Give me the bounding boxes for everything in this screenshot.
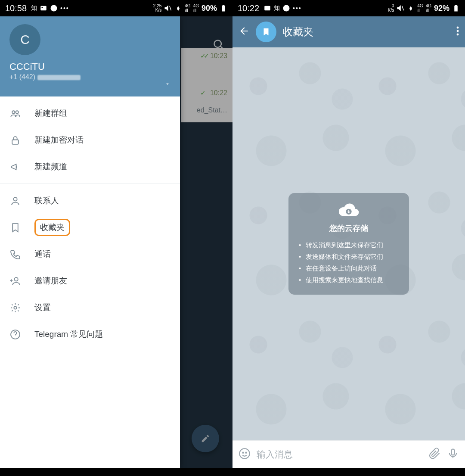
avatar[interactable]: C bbox=[9, 24, 40, 55]
svg-point-9 bbox=[14, 277, 18, 281]
svg-point-6 bbox=[16, 111, 18, 113]
status-left-icons: 知 ••• bbox=[31, 4, 69, 12]
chat-topbar: 收藏夹 bbox=[232, 16, 465, 47]
status-bar: 10:22 知 ••• 0 K/s 4Gıll 4Gıll 92% bbox=[232, 0, 465, 16]
menu-label: Telegram 常见问题 bbox=[34, 329, 103, 340]
chat-body[interactable]: 您的云存储 转发消息到这里来保存它们 发送媒体和文件来存储它们 在任意设备上访问… bbox=[232, 47, 465, 440]
svg-point-22 bbox=[245, 452, 246, 453]
svg-rect-7 bbox=[12, 140, 19, 144]
phone-icon bbox=[9, 249, 21, 260]
cloud-storage-info: 您的云存储 转发消息到这里来保存它们 发送媒体和文件来存储它们 在任意设备上访问… bbox=[288, 193, 409, 295]
search-icon[interactable] bbox=[213, 39, 225, 53]
menu-label: 设置 bbox=[34, 302, 51, 313]
lock-icon bbox=[9, 135, 21, 146]
android-navbar bbox=[232, 468, 465, 476]
chat-list-peek: ✓✓10:23 ✓ 10:22 ed_Stat… bbox=[181, 48, 232, 122]
message-composer bbox=[232, 440, 465, 468]
wifi-icon bbox=[407, 4, 415, 12]
saved-avatar[interactable] bbox=[256, 22, 276, 42]
read-check-icon: ✓✓ bbox=[200, 52, 207, 60]
svg-point-1 bbox=[42, 7, 43, 8]
menu-secret-chat[interactable]: 新建加密对话 bbox=[0, 127, 180, 153]
expand-accounts-button[interactable] bbox=[164, 81, 170, 89]
microphone-icon bbox=[447, 448, 459, 460]
account-phone: +1 (442) bbox=[9, 73, 170, 81]
attach-button[interactable] bbox=[429, 448, 441, 461]
add-person-icon bbox=[9, 276, 21, 286]
drawer-header[interactable]: C CCCiTU +1 (442) bbox=[0, 16, 180, 96]
menu-label: 收藏夹 bbox=[34, 219, 70, 236]
menu-label: 邀请朋友 bbox=[34, 275, 67, 286]
back-button[interactable] bbox=[239, 25, 250, 38]
mute-icon bbox=[397, 4, 404, 12]
menu-label: 通话 bbox=[34, 249, 51, 260]
pencil-icon bbox=[201, 434, 210, 443]
mic-button[interactable] bbox=[447, 448, 459, 461]
svg-point-5 bbox=[12, 111, 15, 113]
account-name: CCCiTU bbox=[9, 61, 170, 72]
status-time: 10:58 bbox=[5, 3, 27, 13]
status-right-icons: 2.25 K/s 4Gıll 4Gıll 90% bbox=[153, 3, 227, 13]
menu-invite-friends[interactable]: 邀请朋友 bbox=[0, 268, 180, 294]
info-bullet: 发送媒体和文件来存储它们 bbox=[299, 251, 399, 263]
navigation-drawer: C CCCiTU +1 (442) 新建群组 新建加密对话 新建频道 bbox=[0, 16, 180, 468]
menu-settings[interactable]: 设置 bbox=[0, 294, 180, 321]
svg-point-20 bbox=[239, 448, 249, 458]
menu-contacts[interactable]: 联系人 bbox=[0, 187, 180, 214]
svg-rect-0 bbox=[40, 6, 46, 11]
arrow-left-icon bbox=[239, 25, 250, 37]
svg-rect-23 bbox=[452, 449, 455, 455]
chat-row[interactable]: ✓✓10:23 bbox=[181, 48, 232, 85]
left-screenshot: 10:58 知 ••• 2.25 K/s 4Gıll 4Gıll 90% ✓✓1… bbox=[0, 0, 232, 476]
battery-icon bbox=[220, 4, 227, 12]
svg-rect-15 bbox=[455, 5, 457, 6]
chat-row[interactable]: ✓ 10:22 ed_Stat… bbox=[181, 85, 232, 122]
cloud-download-icon bbox=[337, 202, 360, 219]
mute-icon bbox=[164, 4, 172, 12]
info-bullet: 在任意设备上访问此对话 bbox=[299, 263, 399, 274]
gear-icon bbox=[9, 302, 21, 313]
menu-label: 联系人 bbox=[34, 195, 59, 206]
svg-rect-12 bbox=[264, 6, 270, 11]
svg-point-16 bbox=[457, 27, 459, 29]
info-bullet: 转发消息到这里来保存它们 bbox=[299, 240, 399, 251]
menu-faq[interactable]: Telegram 常见问题 bbox=[0, 321, 180, 348]
svg-point-18 bbox=[457, 34, 459, 36]
menu-new-channel[interactable]: 新建频道 bbox=[0, 153, 180, 180]
paperclip-icon bbox=[429, 448, 441, 460]
bookmark-icon bbox=[9, 222, 21, 233]
chat-title: 收藏夹 bbox=[282, 25, 450, 39]
menu-saved-messages[interactable]: 收藏夹 bbox=[0, 214, 180, 241]
svg-point-10 bbox=[14, 306, 16, 309]
message-input[interactable] bbox=[257, 449, 423, 460]
svg-rect-3 bbox=[222, 6, 225, 12]
status-bar: 10:58 知 ••• 2.25 K/s 4Gıll 4Gıll 90% bbox=[0, 0, 232, 16]
more-button[interactable] bbox=[456, 26, 459, 38]
compose-fab[interactable] bbox=[192, 425, 219, 452]
menu-label: 新建频道 bbox=[34, 161, 67, 172]
emoji-button[interactable] bbox=[239, 448, 251, 461]
info-bullet: 使用搜索来更快地查找信息 bbox=[299, 274, 399, 286]
megaphone-icon bbox=[9, 162, 21, 172]
group-icon bbox=[9, 108, 21, 119]
android-navbar bbox=[0, 468, 232, 476]
person-icon bbox=[9, 196, 21, 206]
menu-label: 新建群组 bbox=[34, 108, 67, 119]
battery-icon bbox=[452, 4, 460, 12]
wifi-icon bbox=[174, 4, 182, 12]
chevron-down-icon bbox=[164, 81, 170, 87]
bookmark-icon bbox=[261, 27, 271, 37]
info-title: 您的云存储 bbox=[299, 223, 399, 233]
svg-point-8 bbox=[13, 197, 17, 201]
svg-point-21 bbox=[242, 452, 243, 453]
svg-rect-4 bbox=[223, 5, 225, 6]
right-screenshot: 10:22 知 ••• 0 K/s 4Gıll 4Gıll 92% 收藏夹 bbox=[232, 0, 465, 476]
smile-icon bbox=[239, 448, 251, 460]
svg-point-17 bbox=[457, 30, 459, 32]
svg-point-13 bbox=[283, 5, 290, 12]
kebab-icon bbox=[456, 26, 459, 36]
svg-rect-14 bbox=[454, 6, 458, 12]
menu-calls[interactable]: 通话 bbox=[0, 241, 180, 268]
menu-new-group[interactable]: 新建群组 bbox=[0, 100, 180, 127]
status-time: 10:22 bbox=[238, 3, 259, 13]
